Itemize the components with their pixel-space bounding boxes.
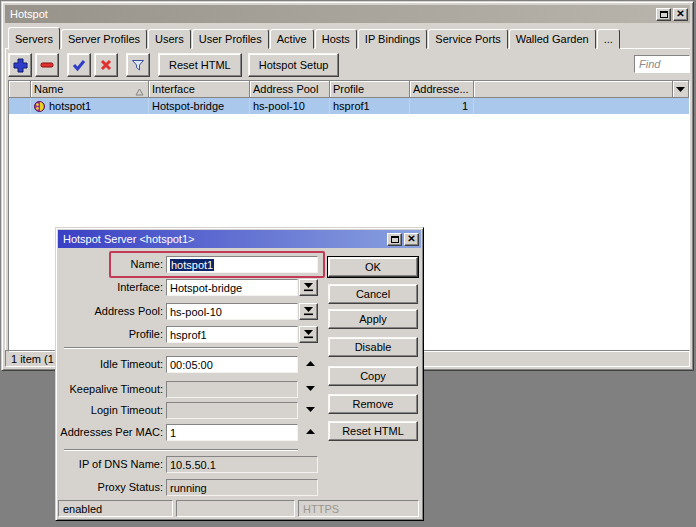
close-button[interactable]: ✕	[673, 8, 688, 21]
disable-server-button[interactable]: Disable	[328, 337, 418, 357]
arrow-down-icon	[306, 386, 315, 392]
row-filler-cell	[474, 98, 689, 114]
column-header-profile[interactable]: Profile	[330, 81, 410, 98]
login-timeout-input	[166, 402, 298, 419]
disable-button[interactable]	[94, 53, 118, 77]
column-header-address-pool[interactable]: Address Pool	[250, 81, 330, 98]
proxy-status-label: Proxy Status:	[56, 479, 163, 496]
chevron-down-icon	[676, 87, 685, 93]
name-input[interactable]: hotspot1	[166, 256, 318, 273]
tab-user-profiles[interactable]: User Profiles	[192, 29, 269, 49]
row-addresses-cell: 1	[410, 98, 474, 114]
table-header: Name Interface Address Pool Profile Addr…	[9, 81, 689, 98]
address-pool-input[interactable]: hs-pool-10	[166, 303, 298, 320]
arrow-up-icon	[306, 429, 315, 435]
row-name-cell: hotspot1	[31, 98, 149, 114]
interface-label: Interface:	[56, 279, 163, 296]
tab-walled-garden[interactable]: Walled Garden	[509, 29, 596, 49]
cancel-button[interactable]: Cancel	[328, 284, 418, 304]
remove-button[interactable]: Remove	[328, 394, 418, 414]
column-header-flags[interactable]	[9, 81, 31, 98]
reset-html-button[interactable]: Reset HTML	[158, 53, 242, 77]
login-timeout-toggle[interactable]	[304, 407, 316, 414]
dropdown-icon	[304, 330, 313, 339]
selected-text: hotspot1	[170, 259, 214, 271]
keepalive-timeout-input	[166, 381, 298, 398]
idle-timeout-input[interactable]: 00:05:00	[166, 356, 298, 373]
funnel-icon	[130, 57, 146, 73]
row-profile-cell: hsprof1	[330, 98, 410, 114]
keepalive-timeout-toggle[interactable]	[304, 386, 316, 393]
window-titlebar[interactable]: Hotspot ✕	[5, 5, 690, 23]
arrow-up-icon	[306, 361, 315, 367]
apply-button[interactable]: Apply	[328, 309, 418, 329]
idle-timeout-toggle[interactable]	[304, 361, 316, 368]
tab-active[interactable]: Active	[270, 29, 314, 49]
name-label: Name:	[56, 256, 163, 273]
dropdown-icon	[304, 307, 313, 316]
column-header-addresses[interactable]: Addresse...	[410, 81, 474, 98]
sort-ascending-icon	[135, 86, 144, 98]
addresses-per-mac-toggle[interactable]	[304, 429, 316, 436]
plus-icon	[12, 57, 29, 74]
row-interface-cell: Hotspot-bridge	[149, 98, 250, 114]
dialog-controls: ✕	[387, 233, 421, 246]
column-header-filler	[474, 81, 673, 98]
maximize-icon	[660, 11, 668, 18]
field-row-proxy-status: Proxy Status: running	[56, 479, 421, 496]
copy-button[interactable]: Copy	[328, 366, 418, 386]
tab-ip-bindings[interactable]: IP Bindings	[358, 29, 427, 49]
https-status: HTTPS	[298, 500, 419, 517]
proxy-status-value: running	[166, 479, 318, 496]
x-icon	[98, 57, 114, 73]
interface-input[interactable]: Hotspot-bridge	[166, 279, 298, 296]
dialog-title: Hotspot Server <hotspot1>	[63, 233, 194, 245]
tab-service-ports[interactable]: Service Ports	[428, 29, 507, 49]
row-address-pool-cell: hs-pool-10	[250, 98, 330, 114]
tab-hosts[interactable]: Hosts	[315, 29, 357, 49]
dropdown-icon	[304, 283, 313, 292]
tab-servers[interactable]: Servers	[8, 27, 60, 50]
table-row[interactable]: hotspot1 Hotspot-bridge hs-pool-10 hspro…	[9, 98, 689, 114]
remove-button[interactable]	[35, 53, 59, 77]
profile-input[interactable]: hsprof1	[166, 326, 298, 343]
add-button[interactable]	[8, 53, 32, 77]
profile-dropdown-button[interactable]	[299, 326, 318, 343]
column-header-interface[interactable]: Interface	[149, 81, 250, 98]
interface-dropdown-button[interactable]	[299, 279, 318, 296]
dialog-titlebar[interactable]: Hotspot Server <hotspot1> ✕	[58, 230, 421, 248]
dialog-reset-html-button[interactable]: Reset HTML	[328, 421, 418, 441]
hotspot-server-dialog: Hotspot Server <hotspot1> ✕ Name: hotspo…	[55, 227, 424, 521]
tab-more[interactable]: ...	[597, 29, 620, 49]
profile-label: Profile:	[56, 326, 163, 343]
minus-icon	[39, 57, 55, 73]
address-pool-dropdown-button[interactable]	[299, 303, 318, 320]
find-input[interactable]	[634, 55, 690, 73]
column-menu-button[interactable]	[673, 81, 689, 98]
ip-of-dns-value: 10.5.50.1	[166, 456, 318, 473]
login-timeout-label: Login Timeout:	[56, 402, 163, 419]
maximize-button[interactable]	[656, 8, 671, 21]
field-row-ip-of-dns: IP of DNS Name: 10.5.50.1	[56, 456, 421, 473]
tab-server-profiles[interactable]: Server Profiles	[61, 29, 147, 49]
ok-button[interactable]: OK	[328, 257, 418, 277]
idle-timeout-label: Idle Timeout:	[56, 356, 163, 373]
keepalive-timeout-label: Keepalive Timeout:	[56, 381, 163, 398]
dialog-close-button[interactable]: ✕	[404, 233, 419, 246]
dialog-maximize-button[interactable]	[387, 233, 402, 246]
row-flag-cell	[9, 98, 31, 114]
filter-button[interactable]	[126, 53, 150, 77]
check-icon	[71, 57, 87, 73]
arrow-down-icon	[306, 407, 315, 413]
ip-of-dns-label: IP of DNS Name:	[56, 456, 163, 473]
column-header-name[interactable]: Name	[31, 81, 149, 98]
window-title: Hotspot	[10, 8, 48, 20]
address-pool-label: Address Pool:	[56, 303, 163, 320]
addresses-per-mac-input[interactable]: 1	[166, 424, 298, 441]
enable-button[interactable]	[67, 53, 91, 77]
hotspot-setup-button[interactable]: Hotspot Setup	[248, 53, 340, 77]
empty-status	[176, 500, 295, 517]
tab-strip: Servers Server Profiles Users User Profi…	[8, 26, 621, 49]
addresses-per-mac-label: Addresses Per MAC:	[56, 424, 163, 441]
tab-users[interactable]: Users	[148, 29, 191, 49]
